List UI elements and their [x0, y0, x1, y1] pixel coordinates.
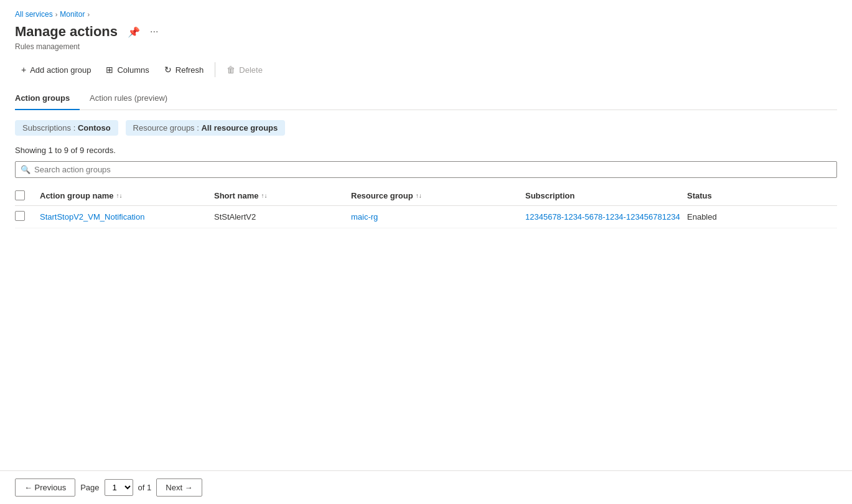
column-header-checkbox	[15, 190, 40, 200]
breadcrumb: All services › Monitor ›	[15, 10, 837, 19]
page-subtitle: Rules management	[15, 42, 837, 51]
subscriptions-filter[interactable]: Subscriptions : Contoso	[15, 120, 118, 136]
subscriptions-filter-value: Contoso	[78, 123, 111, 133]
tab-action-rules[interactable]: Action rules (preview)	[90, 88, 177, 110]
resource-groups-filter[interactable]: Resource groups : All resource groups	[126, 120, 286, 136]
page-header: Manage actions 📌 ···	[15, 24, 837, 40]
records-info: Showing 1 to 9 of 9 records.	[15, 146, 837, 155]
columns-label: Columns	[117, 65, 149, 75]
breadcrumb-chevron-1: ›	[55, 11, 58, 18]
sort-icon-short-name: ↑↓	[261, 192, 268, 199]
page-title: Manage actions	[15, 24, 118, 40]
columns-icon: ⊞	[106, 65, 113, 75]
row-checkbox-cell	[15, 211, 40, 223]
column-header-short-name[interactable]: Short name ↑↓	[214, 190, 351, 200]
delete-button[interactable]: 🗑 Delete	[220, 61, 269, 78]
add-label: Add action group	[30, 65, 91, 75]
columns-button[interactable]: ⊞ Columns	[100, 61, 155, 78]
column-header-action-group-name[interactable]: Action group name ↑↓	[40, 190, 214, 200]
row-status-cell: Enabled	[687, 212, 762, 222]
pin-button[interactable]: 📌	[125, 25, 143, 39]
pin-icon: 📌	[128, 27, 140, 37]
breadcrumb-all-services[interactable]: All services	[15, 10, 53, 19]
row-name-cell: StartStopV2_VM_Notification	[40, 212, 214, 222]
sort-icon-resource-group: ↑↓	[416, 192, 422, 199]
select-all-checkbox[interactable]	[15, 190, 25, 200]
more-icon: ···	[150, 26, 158, 37]
search-container: 🔍	[15, 161, 837, 178]
tab-action-groups[interactable]: Action groups	[15, 88, 80, 110]
more-options-button[interactable]: ···	[147, 25, 161, 39]
column-header-resource-group[interactable]: Resource group ↑↓	[351, 190, 525, 200]
subscriptions-filter-label: Subscriptions :	[22, 123, 75, 133]
resource-group-link[interactable]: maic-rg	[351, 212, 378, 222]
breadcrumb-chevron-2: ›	[87, 11, 90, 18]
resource-groups-filter-value: All resource groups	[201, 123, 278, 133]
delete-icon: 🗑	[227, 65, 235, 75]
header-icons: 📌 ···	[125, 25, 161, 39]
row-checkbox[interactable]	[15, 211, 25, 221]
sort-icon-name: ↑↓	[116, 192, 122, 199]
refresh-label: Refresh	[176, 65, 204, 75]
refresh-icon: ↻	[164, 65, 172, 75]
delete-label: Delete	[239, 65, 263, 75]
refresh-button[interactable]: ↻ Refresh	[158, 61, 210, 78]
row-short-name-cell: StStAlertV2	[214, 212, 351, 222]
breadcrumb-monitor[interactable]: Monitor	[60, 10, 85, 19]
action-group-name-link[interactable]: StartStopV2_VM_Notification	[40, 212, 144, 222]
search-icon: 🔍	[21, 165, 30, 174]
table-container: Action group name ↑↓ Short name ↑↓ Resou…	[15, 185, 837, 228]
filters-container: Subscriptions : Contoso Resource groups …	[15, 120, 837, 136]
add-icon: +	[21, 65, 26, 75]
toolbar-divider	[215, 62, 215, 77]
tabs-container: Action groups Action rules (preview)	[15, 88, 837, 110]
search-input[interactable]	[34, 165, 831, 174]
resource-groups-filter-label: Resource groups :	[133, 123, 199, 133]
column-header-subscription: Subscription	[525, 190, 687, 200]
row-resource-group-cell: maic-rg	[351, 212, 525, 222]
toolbar: + Add action group ⊞ Columns ↻ Refresh 🗑…	[15, 61, 837, 78]
table-header: Action group name ↑↓ Short name ↑↓ Resou…	[15, 185, 837, 206]
subscription-link[interactable]: 12345678-1234-5678-1234-123456781234	[525, 212, 680, 222]
row-subscription-cell: 12345678-1234-5678-1234-123456781234	[525, 212, 687, 222]
table-row: StartStopV2_VM_Notification StStAlertV2 …	[15, 206, 837, 228]
column-header-status: Status	[687, 190, 762, 200]
add-action-group-button[interactable]: + Add action group	[15, 61, 97, 78]
